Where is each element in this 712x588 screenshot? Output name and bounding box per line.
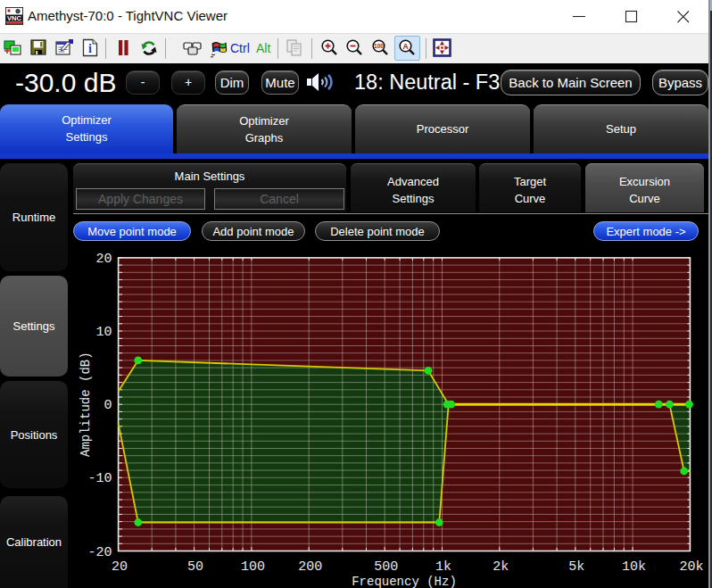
svg-text:10: 10	[96, 325, 112, 340]
svg-text:A: A	[402, 42, 408, 51]
svg-text:Frequency (Hz): Frequency (Hz)	[352, 575, 457, 588]
svg-text:-20: -20	[88, 545, 112, 560]
svg-text:200: 200	[298, 559, 322, 575]
svg-text:100: 100	[374, 43, 384, 49]
svg-text:VNC: VNC	[7, 14, 21, 22]
svg-text:i: i	[88, 42, 92, 55]
svg-text:100: 100	[241, 559, 265, 575]
svg-text:1k: 1k	[435, 559, 451, 575]
svg-text:2k: 2k	[493, 559, 509, 575]
svg-text:-10: -10	[88, 471, 112, 486]
svg-text:20k: 20k	[679, 559, 703, 575]
svg-text:500: 500	[374, 559, 398, 575]
svg-text:50: 50	[187, 559, 203, 575]
svg-text:Amplitude (dB): Amplitude (dB)	[79, 352, 93, 457]
svg-text:0: 0	[104, 398, 112, 413]
svg-text:20: 20	[112, 559, 128, 575]
svg-text:10k: 10k	[622, 559, 646, 575]
svg-text:5k: 5k	[568, 559, 584, 575]
svg-text:20: 20	[96, 252, 112, 267]
